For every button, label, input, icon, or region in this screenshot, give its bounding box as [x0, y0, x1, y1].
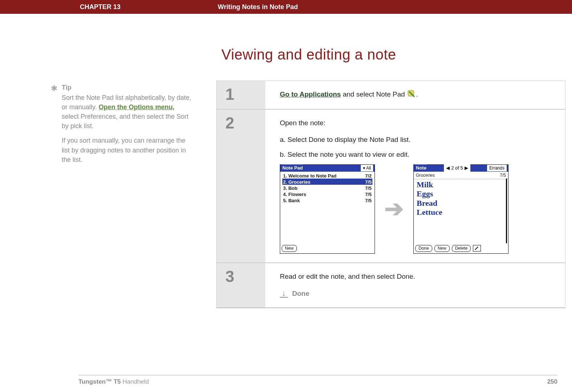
palm-new-button[interactable]: New: [282, 245, 297, 252]
row-label: 4. Flowers: [283, 191, 306, 197]
palm-list-row[interactable]: 2. Groceries7/5: [282, 179, 372, 185]
row-date: 7/5: [365, 197, 372, 203]
done-indicator: ↓ Done: [280, 288, 554, 299]
handwriting-line: Lettuce: [417, 208, 505, 217]
tip-text: select Preferences, and then select the …: [62, 113, 188, 130]
step-body: Open the note: a. Select Done to display…: [265, 110, 565, 262]
palm-titlebar: Note ◀ 2 of 5 ▶ Errands: [414, 165, 508, 172]
screenshot-row: Note Pad ▾ All 1. Welcome to Note Pad7/2…: [280, 164, 554, 254]
row-label: 5. Bank: [283, 197, 300, 203]
step-intro: Open the note:: [280, 118, 554, 128]
palm-pager[interactable]: ◀ 2 of 5 ▶: [444, 164, 470, 172]
step-text: .: [416, 90, 418, 98]
handwriting-line: Bread: [417, 199, 505, 208]
row-date: 7/2: [365, 172, 372, 179]
scrollbar[interactable]: [506, 179, 507, 243]
chapter-label: CHAPTER 13: [80, 3, 189, 11]
arrow-right-icon: ➔: [384, 191, 404, 227]
notepad-app-icon: [407, 89, 416, 100]
palm-list-row[interactable]: 5. Bank7/5: [282, 197, 372, 203]
step-text: Read or edit the note, and then select D…: [280, 271, 554, 282]
pager-text: 2 of 5: [451, 164, 463, 172]
step-number: 3: [217, 263, 265, 308]
tip-paragraph-2: If you sort manually, you can rearrange …: [62, 136, 192, 164]
palm-list-row[interactable]: 3. Bob7/5: [282, 185, 372, 191]
palm-done-button[interactable]: Done: [415, 245, 432, 252]
note-date: 7/5: [500, 172, 506, 179]
note-subheader: Groceries 7/5: [414, 172, 508, 180]
row-label: 2. Groceries: [283, 179, 310, 185]
palm-list-row[interactable]: 1. Welcome to Note Pad7/2: [282, 172, 372, 179]
go-to-applications-link[interactable]: Go to Applications: [280, 90, 341, 98]
handwriting-line: Eggs: [417, 189, 505, 198]
chapter-title: Writing Notes in Note Pad: [218, 3, 298, 11]
palm-category-picker[interactable]: ▾ All: [361, 165, 373, 172]
step-number: 2: [217, 110, 265, 262]
palm-note-detail-screenshot: Note ◀ 2 of 5 ▶ Errands Groceries 7/5: [413, 164, 508, 254]
row-date: 7/5: [365, 185, 372, 191]
row-date: 7/5: [365, 179, 372, 185]
step-number: 1: [217, 81, 265, 109]
palm-notepad-list-screenshot: Note Pad ▾ All 1. Welcome to Note Pad7/2…: [280, 164, 375, 254]
pen-tool-icon[interactable]: [473, 245, 481, 252]
section-heading: Viewing and editing a note: [221, 46, 396, 63]
palm-list-row[interactable]: 4. Flowers7/5: [282, 191, 372, 197]
palm-new-button[interactable]: New: [434, 245, 450, 252]
palm-titlebar: Note Pad ▾ All: [280, 165, 375, 172]
pager-next-icon[interactable]: ▶: [465, 164, 468, 172]
step-sub-b: b. Select the note you want to view or e…: [280, 149, 554, 160]
product-name: Tungsten™ T5 Handheld: [78, 378, 149, 385]
step-text: and select Note Pad: [341, 90, 407, 98]
palm-app-title: Note: [415, 164, 427, 172]
step-3: 3 Read or edit the note, and then select…: [217, 263, 565, 308]
pager-prev-icon[interactable]: ◀: [446, 164, 450, 172]
tip-paragraph-1: Sort the Note Pad list alphabetically, b…: [62, 93, 192, 131]
topbar: CHAPTER 13 Writing Notes in Note Pad: [0, 0, 572, 14]
open-options-link[interactable]: Open the Options menu,: [99, 103, 175, 111]
step-1: 1 Go to Applications and select Note Pad…: [217, 81, 565, 110]
palm-note-list: 1. Welcome to Note Pad7/22. Groceries7/5…: [280, 172, 375, 204]
note-name: Groceries: [416, 172, 435, 179]
palm-app-title: Note Pad: [282, 164, 303, 172]
product-bold: Tungsten™ T5: [78, 378, 121, 385]
step-sub-a: a. Select Done to display the Note Pad l…: [280, 134, 554, 145]
palm-delete-button[interactable]: Delete: [452, 245, 471, 252]
handwriting-line: Milk: [417, 180, 505, 189]
row-label: 1. Welcome to Note Pad: [283, 172, 336, 179]
page-number: 250: [547, 378, 557, 385]
tip-asterisk-icon: ✱: [51, 83, 57, 94]
down-arrow-icon: ↓: [280, 290, 288, 298]
row-label: 3. Bob: [283, 185, 298, 191]
note-canvas[interactable]: MilkEggsBreadLettuce: [414, 179, 508, 217]
step-2: 2 Open the note: a. Select Done to displ…: [217, 110, 565, 263]
product-rest: Handheld: [121, 378, 149, 385]
step-body: Go to Applications and select Note Pad .: [265, 81, 565, 109]
row-date: 7/5: [365, 191, 372, 197]
page-footer: Tungsten™ T5 Handheld 250: [78, 375, 557, 385]
tip-sidebar: ✱ Tip Sort the Note Pad list alphabetica…: [62, 83, 192, 170]
tip-label: Tip: [62, 83, 192, 92]
step-body: Read or edit the note, and then select D…: [265, 263, 565, 308]
steps-container: 1 Go to Applications and select Note Pad…: [216, 81, 565, 308]
palm-category-picker[interactable]: Errands: [487, 165, 507, 172]
done-label: Done: [292, 288, 310, 299]
